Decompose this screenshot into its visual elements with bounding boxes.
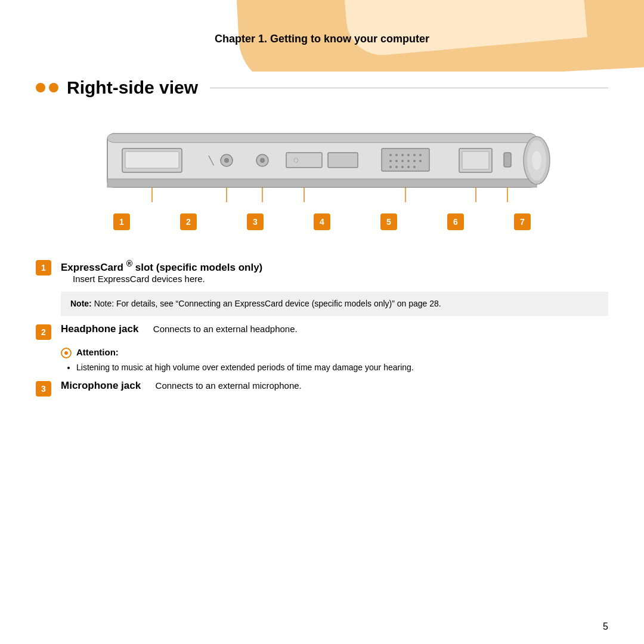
svg-point-25 (419, 160, 422, 162)
badge-7: 7 (514, 213, 531, 230)
svg-rect-33 (504, 153, 511, 167)
svg-rect-4 (125, 151, 179, 168)
svg-point-17 (407, 154, 410, 156)
svg-point-6 (224, 158, 229, 163)
chapter-header: Chapter 1. Getting to know your computer (0, 33, 644, 45)
svg-point-19 (419, 154, 422, 156)
svg-point-36 (532, 151, 541, 170)
dot-1 (36, 83, 45, 92)
badge-4: 4 (314, 213, 330, 230)
svg-rect-13 (382, 148, 429, 171)
svg-point-26 (389, 166, 392, 168)
badge-6: 6 (447, 213, 464, 230)
dot-2 (49, 83, 58, 92)
chapter-title: Chapter 1. Getting to know your computer (215, 33, 429, 45)
svg-rect-1 (107, 134, 537, 143)
item-row-3: 3 Microphone jack Connects to an externa… (36, 380, 608, 397)
item-row-1: 1 ExpressCard ® slot (specific models on… (36, 259, 608, 284)
badge-2: 2 (180, 213, 197, 230)
item-desc-1: Insert ExpressCard devices here. (73, 274, 205, 284)
item-badge-3: 3 (36, 381, 51, 397)
svg-point-16 (401, 154, 404, 156)
svg-point-24 (413, 160, 416, 162)
badge-5: 5 (380, 213, 397, 230)
svg-point-22 (401, 160, 404, 162)
svg-point-21 (395, 160, 398, 162)
page-number: 5 (603, 621, 608, 632)
attention-row: Attention: (61, 347, 608, 358)
title-line (210, 88, 608, 88)
item-title-3: Microphone jack (61, 380, 141, 391)
svg-point-29 (407, 166, 410, 168)
section-title: Right-side view (67, 78, 198, 98)
item-content-1: ExpressCard ® slot (specific models only… (61, 259, 608, 284)
attention-bullets: Listening to music at high volume over e… (76, 361, 608, 374)
svg-point-30 (413, 166, 416, 168)
laptop-svg: ╲ ⬡ (89, 122, 555, 211)
attention-label: Attention: (76, 347, 119, 357)
item-row-2: 2 Headphone jack Connects to an external… (36, 323, 608, 340)
item-content-3: Microphone jack Connects to an external … (61, 380, 608, 392)
svg-point-18 (413, 154, 416, 156)
item-title-2: Headphone jack (61, 323, 138, 335)
attention-icon (61, 348, 72, 358)
badge-3: 3 (247, 213, 264, 230)
badge-1: 1 (113, 213, 130, 230)
svg-rect-2 (107, 179, 537, 187)
svg-rect-10 (286, 153, 322, 168)
svg-text:⬡: ⬡ (293, 157, 299, 163)
svg-point-27 (395, 166, 398, 168)
svg-rect-32 (462, 151, 489, 169)
note-text-1: Note: For details, see “Connecting an Ex… (94, 299, 441, 308)
item-badge-1: 1 (36, 260, 51, 275)
note-label-1: Note: (70, 299, 92, 308)
note-box-1: Note: Note: For details, see “Connecting… (61, 292, 608, 316)
svg-point-20 (389, 160, 392, 162)
svg-point-28 (401, 166, 404, 168)
item-desc-2: Connects to an external headphone. (153, 324, 298, 334)
number-badges-row: 1 2 3 4 5 6 7 (101, 213, 543, 230)
item-badge-2: 2 (36, 324, 51, 340)
attention-bullet-1: Listening to music at high volume over e… (76, 361, 608, 374)
svg-point-15 (395, 154, 398, 156)
items-list: 1 ExpressCard ® slot (specific models on… (36, 259, 608, 397)
section-dots (36, 83, 58, 92)
section-title-row: Right-side view (36, 78, 608, 98)
laptop-illustration: ╲ ⬡ (36, 116, 608, 247)
item-desc-3: Connects to an external microphone. (156, 380, 302, 391)
item-content-2: Headphone jack Connects to an external h… (61, 323, 608, 335)
attention-dot (64, 351, 68, 355)
item-title-1: ExpressCard ® slot (specific models only… (61, 259, 608, 274)
svg-point-23 (407, 160, 410, 162)
svg-point-9 (260, 158, 265, 163)
main-content: Right-side view ╲ (36, 72, 608, 608)
svg-point-14 (389, 154, 392, 156)
svg-rect-12 (328, 153, 358, 168)
